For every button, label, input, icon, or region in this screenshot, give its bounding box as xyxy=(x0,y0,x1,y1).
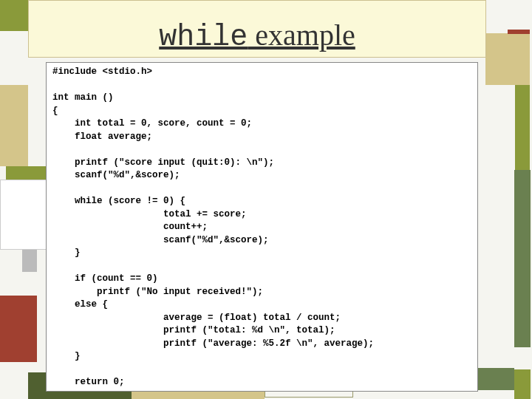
deco-block xyxy=(485,33,530,85)
slide-title-band: while example xyxy=(28,0,486,58)
deco-block xyxy=(0,296,37,362)
deco-block xyxy=(6,166,50,180)
deco-block xyxy=(0,85,28,166)
deco-block xyxy=(514,369,531,399)
title-keyword: while xyxy=(159,21,248,54)
slide-title: while example xyxy=(159,18,355,54)
code-listing: #include <stdio.h> int main () { int tot… xyxy=(46,62,478,392)
deco-block xyxy=(22,250,37,272)
deco-block xyxy=(508,30,530,34)
title-rest: example xyxy=(248,18,355,52)
deco-block xyxy=(0,0,28,31)
deco-block xyxy=(515,85,530,170)
deco-block xyxy=(0,180,50,250)
deco-block xyxy=(514,170,531,347)
